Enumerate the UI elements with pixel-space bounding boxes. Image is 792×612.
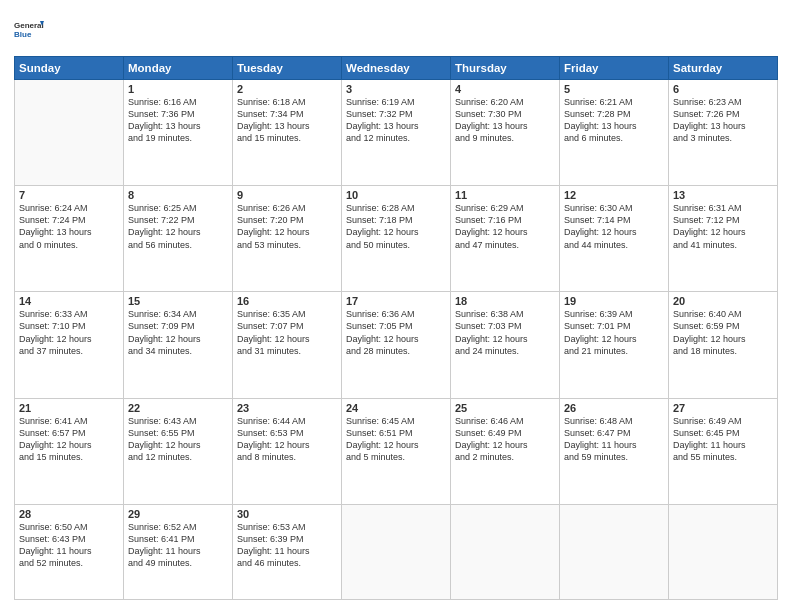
day-number: 19 <box>564 295 664 307</box>
cell-info: Sunrise: 6:48 AM Sunset: 6:47 PM Dayligh… <box>564 415 664 464</box>
calendar-cell: 2Sunrise: 6:18 AM Sunset: 7:34 PM Daylig… <box>233 80 342 186</box>
cell-info: Sunrise: 6:28 AM Sunset: 7:18 PM Dayligh… <box>346 202 446 251</box>
calendar-table: SundayMondayTuesdayWednesdayThursdayFrid… <box>14 56 778 600</box>
cell-info: Sunrise: 6:33 AM Sunset: 7:10 PM Dayligh… <box>19 308 119 357</box>
cell-info: Sunrise: 6:52 AM Sunset: 6:41 PM Dayligh… <box>128 521 228 570</box>
calendar-cell: 20Sunrise: 6:40 AM Sunset: 6:59 PM Dayli… <box>669 292 778 398</box>
header: General Blue <box>14 12 778 48</box>
logo-svg: General Blue <box>14 12 44 48</box>
cell-info: Sunrise: 6:45 AM Sunset: 6:51 PM Dayligh… <box>346 415 446 464</box>
cell-info: Sunrise: 6:40 AM Sunset: 6:59 PM Dayligh… <box>673 308 773 357</box>
cell-info: Sunrise: 6:23 AM Sunset: 7:26 PM Dayligh… <box>673 96 773 145</box>
calendar-cell: 16Sunrise: 6:35 AM Sunset: 7:07 PM Dayli… <box>233 292 342 398</box>
day-number: 15 <box>128 295 228 307</box>
calendar-cell: 24Sunrise: 6:45 AM Sunset: 6:51 PM Dayli… <box>342 398 451 504</box>
calendar-cell: 9Sunrise: 6:26 AM Sunset: 7:20 PM Daylig… <box>233 186 342 292</box>
calendar-cell <box>560 504 669 599</box>
calendar-cell: 29Sunrise: 6:52 AM Sunset: 6:41 PM Dayli… <box>124 504 233 599</box>
calendar-cell: 28Sunrise: 6:50 AM Sunset: 6:43 PM Dayli… <box>15 504 124 599</box>
calendar-cell: 12Sunrise: 6:30 AM Sunset: 7:14 PM Dayli… <box>560 186 669 292</box>
day-number: 3 <box>346 83 446 95</box>
day-number: 17 <box>346 295 446 307</box>
cell-info: Sunrise: 6:34 AM Sunset: 7:09 PM Dayligh… <box>128 308 228 357</box>
week-row-3: 14Sunrise: 6:33 AM Sunset: 7:10 PM Dayli… <box>15 292 778 398</box>
cell-info: Sunrise: 6:44 AM Sunset: 6:53 PM Dayligh… <box>237 415 337 464</box>
calendar-cell: 17Sunrise: 6:36 AM Sunset: 7:05 PM Dayli… <box>342 292 451 398</box>
calendar-cell: 25Sunrise: 6:46 AM Sunset: 6:49 PM Dayli… <box>451 398 560 504</box>
col-header-tuesday: Tuesday <box>233 57 342 80</box>
calendar-cell: 8Sunrise: 6:25 AM Sunset: 7:22 PM Daylig… <box>124 186 233 292</box>
cell-info: Sunrise: 6:36 AM Sunset: 7:05 PM Dayligh… <box>346 308 446 357</box>
calendar-cell: 19Sunrise: 6:39 AM Sunset: 7:01 PM Dayli… <box>560 292 669 398</box>
day-number: 2 <box>237 83 337 95</box>
calendar-cell: 13Sunrise: 6:31 AM Sunset: 7:12 PM Dayli… <box>669 186 778 292</box>
cell-info: Sunrise: 6:49 AM Sunset: 6:45 PM Dayligh… <box>673 415 773 464</box>
day-number: 24 <box>346 402 446 414</box>
col-header-wednesday: Wednesday <box>342 57 451 80</box>
calendar-cell: 11Sunrise: 6:29 AM Sunset: 7:16 PM Dayli… <box>451 186 560 292</box>
day-number: 29 <box>128 508 228 520</box>
col-header-friday: Friday <box>560 57 669 80</box>
calendar-cell: 23Sunrise: 6:44 AM Sunset: 6:53 PM Dayli… <box>233 398 342 504</box>
calendar-cell: 14Sunrise: 6:33 AM Sunset: 7:10 PM Dayli… <box>15 292 124 398</box>
day-number: 16 <box>237 295 337 307</box>
cell-info: Sunrise: 6:29 AM Sunset: 7:16 PM Dayligh… <box>455 202 555 251</box>
logo: General Blue <box>14 12 44 48</box>
calendar-cell: 7Sunrise: 6:24 AM Sunset: 7:24 PM Daylig… <box>15 186 124 292</box>
cell-info: Sunrise: 6:43 AM Sunset: 6:55 PM Dayligh… <box>128 415 228 464</box>
day-number: 10 <box>346 189 446 201</box>
calendar-cell: 18Sunrise: 6:38 AM Sunset: 7:03 PM Dayli… <box>451 292 560 398</box>
day-number: 18 <box>455 295 555 307</box>
col-header-monday: Monday <box>124 57 233 80</box>
cell-info: Sunrise: 6:53 AM Sunset: 6:39 PM Dayligh… <box>237 521 337 570</box>
day-number: 13 <box>673 189 773 201</box>
calendar-cell: 30Sunrise: 6:53 AM Sunset: 6:39 PM Dayli… <box>233 504 342 599</box>
day-number: 8 <box>128 189 228 201</box>
cell-info: Sunrise: 6:35 AM Sunset: 7:07 PM Dayligh… <box>237 308 337 357</box>
day-number: 23 <box>237 402 337 414</box>
day-number: 26 <box>564 402 664 414</box>
cell-info: Sunrise: 6:46 AM Sunset: 6:49 PM Dayligh… <box>455 415 555 464</box>
day-number: 21 <box>19 402 119 414</box>
col-header-thursday: Thursday <box>451 57 560 80</box>
cell-info: Sunrise: 6:31 AM Sunset: 7:12 PM Dayligh… <box>673 202 773 251</box>
calendar-cell: 22Sunrise: 6:43 AM Sunset: 6:55 PM Dayli… <box>124 398 233 504</box>
calendar-cell: 4Sunrise: 6:20 AM Sunset: 7:30 PM Daylig… <box>451 80 560 186</box>
day-number: 22 <box>128 402 228 414</box>
col-header-saturday: Saturday <box>669 57 778 80</box>
calendar-header-row: SundayMondayTuesdayWednesdayThursdayFrid… <box>15 57 778 80</box>
day-number: 27 <box>673 402 773 414</box>
day-number: 9 <box>237 189 337 201</box>
calendar-cell: 3Sunrise: 6:19 AM Sunset: 7:32 PM Daylig… <box>342 80 451 186</box>
col-header-sunday: Sunday <box>15 57 124 80</box>
cell-info: Sunrise: 6:50 AM Sunset: 6:43 PM Dayligh… <box>19 521 119 570</box>
calendar-cell: 5Sunrise: 6:21 AM Sunset: 7:28 PM Daylig… <box>560 80 669 186</box>
page: General Blue SundayMondayTuesdayWednesda… <box>0 0 792 612</box>
day-number: 30 <box>237 508 337 520</box>
day-number: 14 <box>19 295 119 307</box>
day-number: 28 <box>19 508 119 520</box>
cell-info: Sunrise: 6:26 AM Sunset: 7:20 PM Dayligh… <box>237 202 337 251</box>
week-row-2: 7Sunrise: 6:24 AM Sunset: 7:24 PM Daylig… <box>15 186 778 292</box>
calendar-cell: 1Sunrise: 6:16 AM Sunset: 7:36 PM Daylig… <box>124 80 233 186</box>
day-number: 1 <box>128 83 228 95</box>
week-row-1: 1Sunrise: 6:16 AM Sunset: 7:36 PM Daylig… <box>15 80 778 186</box>
cell-info: Sunrise: 6:39 AM Sunset: 7:01 PM Dayligh… <box>564 308 664 357</box>
cell-info: Sunrise: 6:24 AM Sunset: 7:24 PM Dayligh… <box>19 202 119 251</box>
calendar-cell: 26Sunrise: 6:48 AM Sunset: 6:47 PM Dayli… <box>560 398 669 504</box>
calendar-cell <box>669 504 778 599</box>
cell-info: Sunrise: 6:41 AM Sunset: 6:57 PM Dayligh… <box>19 415 119 464</box>
day-number: 25 <box>455 402 555 414</box>
cell-info: Sunrise: 6:38 AM Sunset: 7:03 PM Dayligh… <box>455 308 555 357</box>
calendar-cell: 27Sunrise: 6:49 AM Sunset: 6:45 PM Dayli… <box>669 398 778 504</box>
svg-text:General: General <box>14 21 44 30</box>
cell-info: Sunrise: 6:16 AM Sunset: 7:36 PM Dayligh… <box>128 96 228 145</box>
cell-info: Sunrise: 6:18 AM Sunset: 7:34 PM Dayligh… <box>237 96 337 145</box>
calendar-cell <box>342 504 451 599</box>
calendar-cell <box>15 80 124 186</box>
calendar-cell: 10Sunrise: 6:28 AM Sunset: 7:18 PM Dayli… <box>342 186 451 292</box>
cell-info: Sunrise: 6:30 AM Sunset: 7:14 PM Dayligh… <box>564 202 664 251</box>
day-number: 20 <box>673 295 773 307</box>
svg-text:Blue: Blue <box>14 30 32 39</box>
calendar-cell: 21Sunrise: 6:41 AM Sunset: 6:57 PM Dayli… <box>15 398 124 504</box>
